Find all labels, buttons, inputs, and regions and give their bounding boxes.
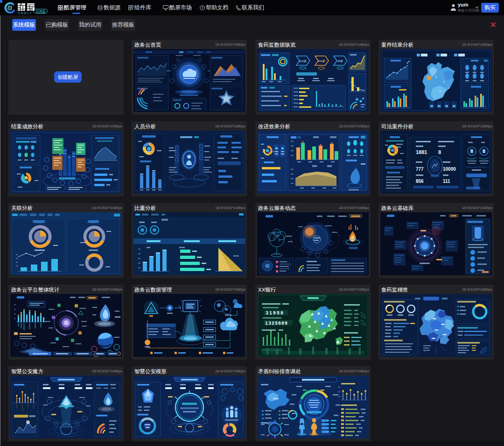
svg-text:410家: 410家 [318,59,325,63]
svg-text:210家: 210家 [299,59,307,63]
svg-text:1881: 1881 [416,149,427,155]
svg-text:40家: 40家 [337,59,343,63]
svg-text:111: 111 [443,179,450,184]
svg-text:777: 777 [416,167,424,172]
svg-text:?: ? [201,6,203,10]
svg-text:856: 856 [416,179,424,184]
svg-text:1325689: 1325689 [265,321,288,326]
svg-text:8: 8 [438,149,441,155]
svg-text:10000: 10000 [443,167,456,172]
svg-text:31958: 31958 [266,311,284,316]
